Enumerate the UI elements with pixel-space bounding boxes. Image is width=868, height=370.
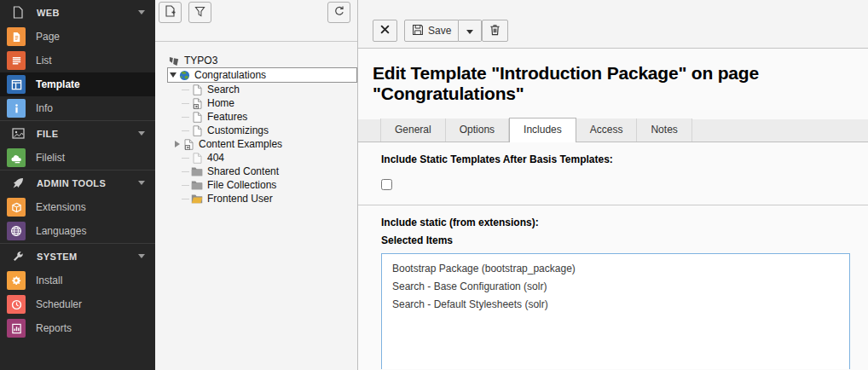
floppy-icon [412, 24, 428, 38]
tree-node-home[interactable]: Home [167, 96, 357, 110]
tab-bar: General Options Includes Access Notes [358, 119, 868, 142]
doc-header-toolbar: Save [358, 0, 868, 49]
delete-button[interactable] [482, 20, 508, 42]
sidebar-item-label: Extensions [36, 201, 86, 213]
sidebar-item-label: Info [36, 102, 53, 114]
sidebar-item-extensions[interactable]: Extensions [0, 195, 155, 219]
shortcut-page-icon [190, 97, 204, 109]
sidebar-item-label: List [36, 55, 52, 66]
clock-icon [7, 295, 26, 314]
tree-node-congratulations[interactable]: Congratulations [167, 67, 357, 83]
filter-button[interactable] [188, 2, 211, 23]
menu-header-system[interactable]: SYSTEM [0, 244, 155, 269]
cube-icon [7, 198, 26, 217]
field-label: Include Static Templates After Basis Tem… [381, 153, 868, 165]
selected-items-listbox[interactable]: Bootstrap Package (bootstrap_package) Se… [381, 253, 850, 369]
caret-down-icon [466, 25, 473, 37]
tree-node-label: Shared Content [207, 165, 279, 177]
menu-header-admin-tools[interactable]: ADMIN TOOLS [0, 171, 155, 195]
sidebar-item-template[interactable]: Template [0, 72, 155, 96]
tree-node-label: Customizings [207, 124, 269, 136]
menu-header-label: SYSTEM [37, 251, 78, 262]
new-page-button[interactable] [159, 2, 182, 23]
template-module: Save Edit Template "Introduction Package… [358, 0, 868, 370]
close-button[interactable] [373, 20, 397, 42]
menu-header-web[interactable]: WEB [0, 0, 155, 25]
user-folder-icon [190, 193, 204, 205]
sidebar-item-list[interactable]: List [0, 49, 155, 72]
selected-items-label: Selected Items [381, 234, 868, 246]
tree-node-label: Congratulations [194, 69, 266, 81]
document-icon [11, 6, 25, 20]
tree-node-404[interactable]: 404 [167, 151, 357, 165]
tree-node-label: Search [207, 84, 240, 95]
page-tree-panel: TYPO3 Congratulations Search Home [155, 0, 358, 370]
menu-section-file: FILE Filelist [0, 120, 155, 170]
save-button[interactable]: Save [404, 20, 459, 42]
save-button-label: Save [428, 25, 451, 37]
list-item[interactable]: Search - Default Stylesheets (solr) [392, 296, 839, 314]
sidebar-item-label: Filelist [36, 152, 65, 164]
sidebar-item-label: Page [36, 31, 60, 43]
static-after-basis-checkbox[interactable] [381, 179, 392, 190]
wrench-icon [11, 250, 25, 263]
tab-access[interactable]: Access [576, 119, 638, 142]
list-item[interactable]: Search - Base Configuration (solr) [392, 278, 839, 296]
tree-node-file-collections[interactable]: File Collections [167, 178, 357, 192]
chevron-down-icon [138, 181, 145, 185]
list-module-icon [7, 51, 26, 70]
list-item[interactable]: Bootstrap Package (bootstrap_package) [392, 260, 839, 278]
tree-node-shared-content[interactable]: Shared Content [167, 165, 357, 178]
report-chart-icon [7, 319, 26, 338]
sidebar-item-info[interactable]: Info [0, 96, 155, 120]
filter-icon [194, 6, 205, 20]
collapse-arrow-icon[interactable] [168, 72, 177, 78]
tab-general[interactable]: General [380, 119, 446, 142]
tree-node-label: Features [207, 111, 247, 123]
sidebar-item-page[interactable]: Page [0, 25, 155, 49]
tree-node-frontend-user[interactable]: Frontend User [167, 192, 357, 205]
sidebar-item-label: Reports [36, 322, 72, 334]
chevron-down-icon [138, 131, 145, 136]
save-options-button[interactable] [459, 20, 482, 42]
tree-node-content-examples[interactable]: Content Examples [167, 137, 357, 151]
tree-node-label: File Collections [207, 179, 276, 191]
typo3-logo-icon [167, 55, 181, 66]
save-split-button: Save [404, 20, 482, 42]
tree-node-root[interactable]: TYPO3 [167, 54, 357, 67]
page-icon [190, 124, 204, 136]
sidebar-item-scheduler[interactable]: Scheduler [0, 292, 155, 316]
sidebar-item-languages[interactable]: Languages [0, 219, 155, 243]
tab-includes[interactable]: Includes [509, 118, 576, 142]
menu-section-web: WEB Page List Template Info [0, 0, 155, 120]
module-menu-sidebar: WEB Page List Template Info [0, 0, 155, 370]
tab-options[interactable]: Options [446, 119, 509, 142]
page-icon [190, 111, 204, 123]
sidebar-item-install[interactable]: Install [0, 269, 155, 292]
tree-node-features[interactable]: Features [167, 110, 357, 124]
refresh-button[interactable] [327, 2, 350, 23]
sidebar-item-reports[interactable]: Reports [0, 316, 155, 340]
menu-header-label: FILE [37, 129, 58, 139]
close-icon [380, 25, 390, 37]
gear-icon [7, 271, 26, 290]
section-static-after-basis: Include Static Templates After Basis Tem… [358, 142, 868, 205]
menu-header-label: ADMIN TOOLS [37, 178, 106, 188]
section-include-static: Include static (from extensions): Select… [358, 205, 868, 369]
tree-node-label: Content Examples [199, 138, 282, 150]
tree-node-search[interactable]: Search [167, 83, 357, 96]
page-tree-toolbar [155, 0, 357, 42]
tree-node-customizings[interactable]: Customizings [167, 124, 357, 137]
tree-node-label: Home [207, 97, 234, 109]
sidebar-item-label: Install [36, 275, 62, 286]
expand-arrow-icon[interactable] [172, 141, 182, 147]
rocket-icon [11, 176, 25, 190]
menu-header-file[interactable]: FILE [0, 121, 155, 146]
tab-notes[interactable]: Notes [637, 119, 692, 142]
folder-icon [190, 179, 204, 191]
sidebar-item-filelist[interactable]: Filelist [0, 146, 155, 170]
page-title: Edit Template "Introduction Package" on … [373, 63, 868, 104]
sidebar-item-label: Languages [36, 225, 86, 237]
tree-node-label: 404 [207, 152, 224, 164]
tree-node-label: TYPO3 [184, 55, 217, 66]
